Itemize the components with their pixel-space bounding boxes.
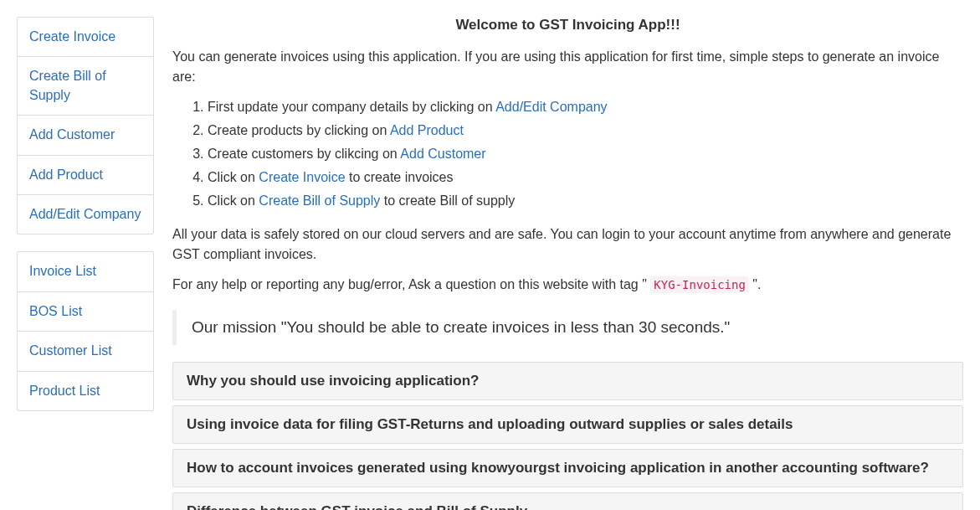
main-content: Welcome to GST Invoicing App!!! You can … xyxy=(172,17,963,510)
nav-create-invoice[interactable]: Create Invoice xyxy=(18,18,153,57)
nav-invoice-list[interactable]: Invoice List xyxy=(18,252,153,291)
accordion-item-gst-vs-bos[interactable]: Difference between GST invoice and Bill … xyxy=(172,492,963,510)
page-title: Welcome to GST Invoicing App!!! xyxy=(172,17,963,33)
sidebar: Create Invoice Create Bill of Supply Add… xyxy=(17,17,154,510)
intro-text: You can generate invoices using this app… xyxy=(172,47,963,87)
help-text: For any help or reporting any bug/error,… xyxy=(172,275,963,295)
nav-group-lists: Invoice List BOS List Customer List Prod… xyxy=(17,251,154,411)
help-tag-code: KYG-Invoicing xyxy=(650,276,749,293)
accordion: Why you should use invoicing application… xyxy=(172,362,963,510)
step-2: Create products by clicking on Add Produ… xyxy=(208,121,963,141)
step-3: Create customers by clikcing on Add Cust… xyxy=(208,144,963,164)
steps-list: First update your company details by cli… xyxy=(172,97,963,211)
link-create-invoice[interactable]: Create Invoice xyxy=(259,170,345,184)
nav-bos-list[interactable]: BOS List xyxy=(18,292,153,332)
link-create-bill-of-supply[interactable]: Create Bill of Supply xyxy=(259,193,380,208)
mission-quote: Our mission "You should be able to creat… xyxy=(172,310,963,345)
nav-add-product[interactable]: Add Product xyxy=(18,156,153,195)
nav-group-actions: Create Invoice Create Bill of Supply Add… xyxy=(17,17,154,234)
nav-create-bill-of-supply[interactable]: Create Bill of Supply xyxy=(18,57,153,116)
link-add-product[interactable]: Add Product xyxy=(390,123,464,137)
accordion-item-why-use[interactable]: Why you should use invoicing application… xyxy=(172,362,963,400)
accordion-item-gst-returns[interactable]: Using invoice data for filing GST-Return… xyxy=(172,405,963,444)
step-5: Click on Create Bill of Supply to create… xyxy=(208,191,963,211)
nav-customer-list[interactable]: Customer List xyxy=(18,332,153,371)
link-add-edit-company[interactable]: Add/Edit Company xyxy=(495,100,607,114)
step-1: First update your company details by cli… xyxy=(208,97,963,117)
accordion-header: Difference between GST invoice and Bill … xyxy=(173,493,962,510)
nav-add-edit-company[interactable]: Add/Edit Company xyxy=(18,195,153,234)
accordion-header: Why you should use invoicing application… xyxy=(173,363,962,399)
step-4: Click on Create Invoice to create invoic… xyxy=(208,167,963,188)
nav-add-customer[interactable]: Add Customer xyxy=(18,116,153,155)
accordion-item-accounting-software[interactable]: How to account invoices generated using … xyxy=(172,449,963,487)
accordion-header: Using invoice data for filing GST-Return… xyxy=(173,406,962,443)
accordion-header: How to account invoices generated using … xyxy=(173,450,962,487)
link-add-customer[interactable]: Add Customer xyxy=(400,147,485,161)
storage-note: All your data is safely stored on our cl… xyxy=(172,224,963,265)
nav-product-list[interactable]: Product List xyxy=(18,372,153,410)
